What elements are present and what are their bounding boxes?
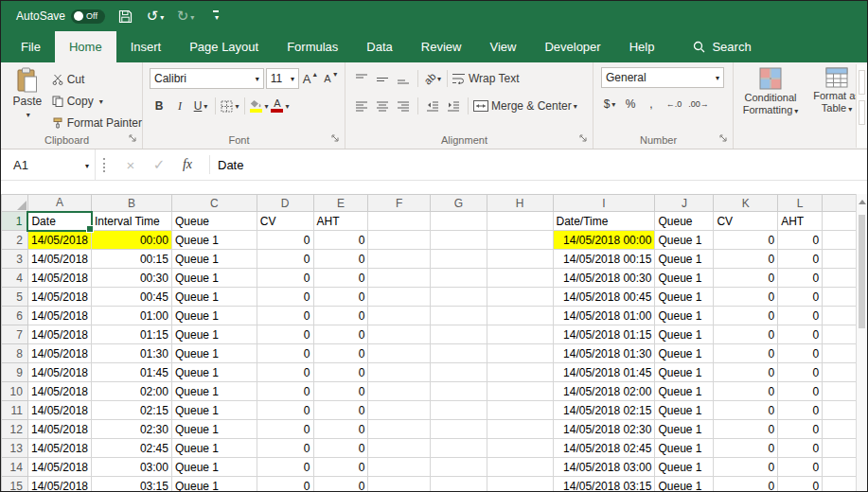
cell-K3[interactable]: 0 (714, 250, 778, 269)
cell-cutoff-2[interactable] (823, 231, 858, 250)
increase-decimal-button[interactable]: ←.0 (663, 95, 685, 114)
font-color-dropdown-icon[interactable] (283, 99, 289, 113)
cell-E14[interactable]: 0 (313, 458, 368, 477)
cell-C12[interactable]: Queue 1 (171, 420, 257, 439)
cell-D2[interactable]: 0 (257, 231, 313, 250)
cell-E2[interactable]: 0 (313, 231, 368, 250)
cell-H8[interactable] (487, 344, 553, 363)
cell-B1[interactable]: Interval Time (92, 212, 172, 231)
cell-H6[interactable] (487, 307, 553, 325)
cell-B4[interactable]: 00:30 (92, 269, 172, 288)
number-format-dropdown-icon[interactable] (714, 71, 719, 84)
accounting-dropdown-icon[interactable] (610, 97, 615, 111)
font-size-dropdown-icon[interactable] (289, 72, 294, 85)
align-left-button[interactable] (352, 97, 371, 116)
cell-D9[interactable]: 0 (257, 363, 313, 382)
cell-A3[interactable]: 14/05/2018 (27, 250, 91, 269)
autosave-toggle[interactable]: AutoSave Off (16, 9, 105, 24)
decrease-font-size-button[interactable]: A▼ (322, 69, 341, 89)
cell-L15[interactable]: 0 (778, 477, 823, 492)
cell-F15[interactable] (368, 477, 431, 492)
cell-G3[interactable] (431, 250, 487, 269)
cell-L13[interactable]: 0 (778, 439, 823, 458)
cell-C9[interactable]: Queue 1 (171, 363, 257, 382)
cell-J13[interactable]: Queue 1 (655, 439, 714, 458)
cell-L5[interactable]: 0 (778, 288, 823, 307)
cell-I5[interactable]: 14/05/2018 00:45 (553, 288, 655, 307)
cell-D6[interactable]: 0 (257, 307, 313, 325)
increase-font-size-button[interactable]: A▲ (301, 69, 320, 89)
column-header-E[interactable]: E (313, 195, 368, 212)
font-name-select[interactable]: Calibri (150, 68, 264, 89)
cell-cutoff-13[interactable] (823, 439, 858, 458)
cell-J2[interactable]: Queue 1 (655, 231, 714, 250)
cell-K10[interactable]: 0 (714, 382, 778, 401)
row-header-13[interactable]: 13 (2, 439, 28, 458)
cell-H15[interactable] (487, 477, 553, 492)
cell-J15[interactable]: Queue 1 (655, 477, 714, 492)
cell-C14[interactable]: Queue 1 (171, 458, 257, 477)
cell-C13[interactable]: Queue 1 (171, 439, 257, 458)
cell-H9[interactable] (487, 363, 553, 382)
cut-button[interactable]: Cut (52, 70, 142, 88)
cell-C3[interactable]: Queue 1 (171, 250, 257, 269)
clipboard-dialog-launcher[interactable] (129, 134, 138, 144)
cell-I11[interactable]: 14/05/2018 02:15 (553, 401, 655, 420)
cell-J1[interactable]: Queue (655, 212, 714, 231)
cell-A8[interactable]: 14/05/2018 (27, 344, 91, 363)
cell-B11[interactable]: 02:15 (92, 401, 172, 420)
column-header-F[interactable]: F (368, 195, 431, 212)
cell-G8[interactable] (431, 344, 487, 363)
underline-button[interactable]: U (191, 97, 210, 116)
cell-cutoff-12[interactable] (823, 420, 858, 439)
cell-cutoff-14[interactable] (823, 458, 858, 477)
row-header-9[interactable]: 9 (2, 363, 28, 382)
cell-H14[interactable] (487, 458, 553, 477)
cell-K9[interactable]: 0 (714, 363, 778, 382)
cell-I4[interactable]: 14/05/2018 00:30 (553, 269, 655, 288)
cell-I7[interactable]: 14/05/2018 01:15 (553, 325, 655, 344)
cell-I13[interactable]: 14/05/2018 02:45 (553, 439, 655, 458)
tab-data[interactable]: Data (352, 31, 406, 62)
select-all-corner[interactable] (2, 195, 28, 212)
cell-L10[interactable]: 0 (778, 382, 823, 401)
decrease-indent-button[interactable] (423, 97, 442, 116)
tab-home[interactable]: Home (55, 31, 116, 62)
cell-D8[interactable]: 0 (257, 344, 313, 363)
cell-D4[interactable]: 0 (257, 269, 313, 288)
cell-K6[interactable]: 0 (714, 307, 778, 325)
conditional-formatting-dropdown-icon[interactable] (792, 104, 798, 115)
cell-I8[interactable]: 14/05/2018 01:30 (553, 344, 655, 363)
cell-G5[interactable] (431, 288, 487, 307)
cell-E12[interactable]: 0 (313, 420, 368, 439)
cell-H5[interactable] (487, 288, 553, 307)
cell-J12[interactable]: Queue 1 (655, 420, 714, 439)
cell-A5[interactable]: 14/05/2018 (27, 288, 91, 307)
cell-cutoff-3[interactable] (823, 250, 858, 269)
cell-H13[interactable] (487, 439, 553, 458)
cell-E5[interactable]: 0 (313, 288, 368, 307)
autosave-switch[interactable]: Off (71, 9, 105, 24)
bold-button[interactable]: B (150, 97, 168, 116)
column-header-A[interactable]: A (27, 195, 91, 212)
cell-B12[interactable]: 02:30 (92, 420, 172, 439)
row-header-14[interactable]: 14 (2, 458, 28, 477)
cell-I12[interactable]: 14/05/2018 02:30 (553, 420, 655, 439)
cell-J10[interactable]: Queue 1 (655, 382, 714, 401)
tab-formulas[interactable]: Formulas (273, 31, 352, 62)
cell-J6[interactable]: Queue 1 (655, 307, 714, 325)
cell-cutoff-9[interactable] (823, 363, 858, 382)
cell-E1[interactable]: AHT (313, 212, 368, 231)
cell-cutoff-1[interactable] (823, 212, 858, 231)
increase-indent-button[interactable] (444, 97, 463, 116)
cell-B3[interactable]: 00:15 (92, 250, 172, 269)
cell-G7[interactable] (431, 325, 487, 344)
cell-E6[interactable]: 0 (313, 307, 368, 325)
column-header-D[interactable]: D (257, 195, 313, 212)
align-center-button[interactable] (373, 97, 392, 116)
cell-B5[interactable]: 00:45 (92, 288, 172, 307)
cell-B15[interactable]: 03:15 (92, 477, 172, 492)
accounting-format-button[interactable]: $ (600, 95, 619, 114)
cell-I14[interactable]: 14/05/2018 03:00 (553, 458, 655, 477)
cell-G10[interactable] (431, 382, 487, 401)
